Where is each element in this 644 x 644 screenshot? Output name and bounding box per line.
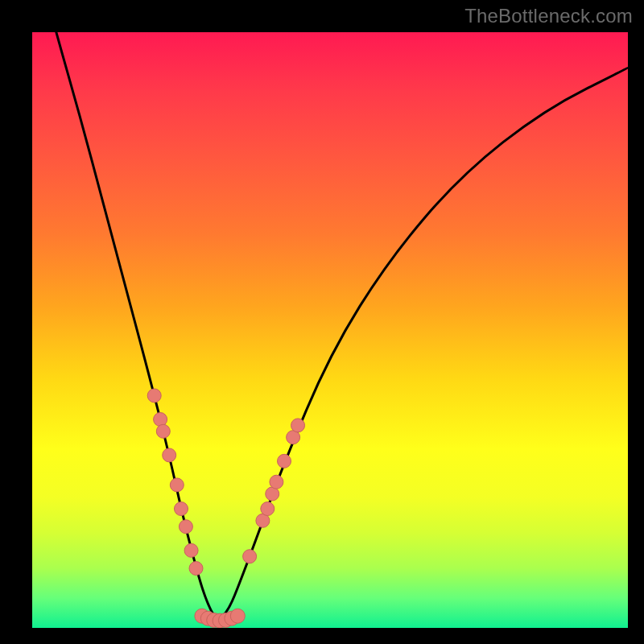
watermark-text: TheBottleneck.com bbox=[464, 5, 633, 27]
bottleneck-curve bbox=[32, 32, 628, 618]
data-point bbox=[278, 454, 291, 468]
data-point bbox=[243, 550, 257, 564]
data-point bbox=[230, 609, 245, 623]
data-point bbox=[147, 389, 161, 402]
data-point bbox=[154, 413, 167, 427]
data-point bbox=[163, 448, 176, 462]
data-point bbox=[156, 424, 170, 438]
data-point bbox=[179, 520, 192, 534]
plot-area bbox=[32, 32, 628, 628]
chart-frame: TheBottleneck.com bbox=[0, 0, 644, 644]
data-point bbox=[184, 543, 198, 557]
data-point bbox=[170, 478, 184, 492]
data-point bbox=[270, 475, 283, 489]
data-point bbox=[175, 502, 188, 516]
data-point bbox=[189, 562, 203, 576]
data-point bbox=[261, 502, 275, 516]
data-point bbox=[291, 419, 305, 432]
chart-svg bbox=[32, 32, 628, 628]
